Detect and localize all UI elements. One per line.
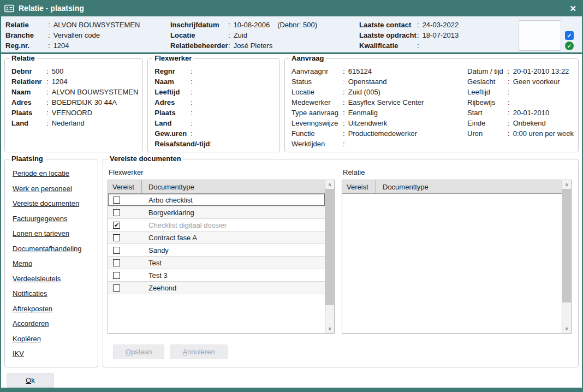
colon: : xyxy=(46,67,49,75)
status-icons: ✓ ✓ xyxy=(565,20,574,51)
nav-link-aftrekposten[interactable]: Aftrekposten xyxy=(13,305,98,313)
nav-link-notificaties[interactable]: Notificaties xyxy=(13,289,98,298)
colon: : xyxy=(228,31,230,39)
checkbox[interactable] xyxy=(113,247,120,254)
contact-card-icon xyxy=(4,4,14,13)
field-value: Nederland xyxy=(52,119,85,127)
checkbox[interactable] xyxy=(113,234,120,241)
main-area: Relatie Debnr:500 Relatienr:1204 Naam:AL… xyxy=(1,54,582,388)
blue-checkbox-icon[interactable]: ✓ xyxy=(565,31,574,40)
plaatsing-groupbox: Plaatsing Periode en locatie Werk en per… xyxy=(4,159,98,367)
field-label: Start xyxy=(467,108,508,118)
scroll-up-icon[interactable]: ∧ xyxy=(562,180,571,189)
colon: : xyxy=(417,41,419,50)
colon: : xyxy=(508,98,510,106)
field-label: Adres xyxy=(154,97,191,108)
nav-link-periode-en-locatie[interactable]: Periode en locatie xyxy=(13,169,98,177)
documenttype-cell: Test 3 xyxy=(142,271,168,280)
field-label: Rijbewijs xyxy=(467,97,508,108)
nav-link-werk-en-personeel[interactable]: Werk en personeel xyxy=(13,185,98,193)
nav-link-vereiste-documenten[interactable]: Vereiste documenten xyxy=(13,199,98,207)
nav-link-kopieren[interactable]: Kopiëren xyxy=(13,335,98,343)
field-value: 1204 xyxy=(52,78,68,86)
field-label: Reisafstand/-tijd xyxy=(154,139,210,149)
checkbox-checked[interactable]: ✔ xyxy=(113,222,120,229)
colon: : xyxy=(508,78,510,86)
scrollbar-thumb[interactable] xyxy=(325,189,334,305)
colon: : xyxy=(508,67,510,75)
relatie-doc-panel: Relatie Vereist Documenttype ∧ xyxy=(342,168,572,359)
close-icon[interactable]: ✕ xyxy=(569,4,576,13)
scrollbar[interactable]: ∧ ∨ xyxy=(325,180,334,333)
colon: : xyxy=(48,41,50,50)
checkbox[interactable] xyxy=(113,197,120,204)
nav-link-accorderen[interactable]: Accorderen xyxy=(13,319,98,328)
button-label: nnuleren xyxy=(187,348,215,356)
plaatsing-legend: Plaatsing xyxy=(9,155,45,163)
col-header-vereist: Vereist xyxy=(108,180,142,193)
scrollbar-thumb[interactable] xyxy=(562,189,571,302)
colon: : xyxy=(210,140,212,148)
nav-link-documentafhandeling[interactable]: Documentafhandeling xyxy=(13,245,98,253)
table-row[interactable]: Borgverklaring xyxy=(108,206,325,219)
header-value: Vervallen code xyxy=(53,31,100,39)
field-label: Uren xyxy=(467,128,508,139)
checkbox[interactable] xyxy=(113,259,120,266)
scrollbar-track[interactable] xyxy=(562,189,571,324)
flexwerker-table-title: Flexwerker xyxy=(109,168,335,176)
annuleren-button[interactable]: Annuleren xyxy=(170,345,227,359)
colon: : xyxy=(228,41,230,50)
table-row[interactable]: Test xyxy=(108,257,325,269)
opslaan-button[interactable]: Opslaan xyxy=(113,345,164,359)
colon: : xyxy=(508,129,510,138)
nav-link-memo[interactable]: Memo xyxy=(13,259,98,268)
field-value: Productiemedewerker xyxy=(348,129,417,138)
header-value: 1204 xyxy=(53,41,69,50)
scroll-up-icon[interactable]: ∧ xyxy=(325,180,334,189)
colon: : xyxy=(46,88,49,96)
table-row[interactable]: Sandy xyxy=(108,244,325,257)
table-row[interactable]: Zeehond xyxy=(108,282,325,294)
footer: Ok xyxy=(7,373,579,388)
flexwerker-doc-table: Vereist Documenttype Arbo checklist xyxy=(108,180,335,334)
debtor-number: (Debnr: 500) xyxy=(277,21,317,29)
colon: : xyxy=(46,119,49,127)
vereist-cell xyxy=(108,272,142,279)
checkbox[interactable] xyxy=(113,209,120,216)
scroll-down-icon[interactable]: ∨ xyxy=(325,324,334,333)
ok-button[interactable]: Ok xyxy=(7,373,54,388)
colon: : xyxy=(191,98,193,106)
colon: : xyxy=(228,21,230,29)
table-row[interactable]: ✔ Checklist digitaal dossier xyxy=(108,219,325,231)
vereist-cell xyxy=(108,247,142,254)
aanvraag-groupbox: Aanvraag Aanvraagnr:615124 Status:Openst… xyxy=(284,58,579,152)
nav-link-factuurgegevens[interactable]: Factuurgegevens xyxy=(13,215,98,223)
table-body: Arbo checklist Borgverklaring ✔ Checklis… xyxy=(108,194,325,294)
scroll-down-icon[interactable]: ∨ xyxy=(562,324,571,333)
relatie-groupbox: Relatie Debnr:500 Relatienr:1204 Naam:AL… xyxy=(4,58,143,152)
field-label: Status xyxy=(291,76,343,87)
checkbox[interactable] xyxy=(113,272,120,279)
field-value: 20-01-2010 xyxy=(513,109,550,117)
header-value: ALVON BOUWSYSTEMEN xyxy=(53,21,140,29)
scrollbar-track[interactable] xyxy=(325,189,334,324)
nav-link-ikv[interactable]: IKV xyxy=(13,349,98,358)
colon: : xyxy=(343,98,345,106)
field-label: Functie xyxy=(291,128,343,139)
colon: : xyxy=(508,88,510,96)
table-row[interactable]: Contract fase A xyxy=(108,231,325,244)
vereist-cell xyxy=(108,197,142,204)
field-value: Eenmalig xyxy=(348,109,378,117)
colon: : xyxy=(46,98,49,106)
colon: : xyxy=(191,119,193,127)
colon: : xyxy=(508,109,510,117)
table-row[interactable]: Test 3 xyxy=(108,269,325,282)
field-label: Plaats xyxy=(154,108,191,118)
nav-link-verdeelsleutels[interactable]: Verdeelsleutels xyxy=(13,275,98,283)
nav-link-lonen-en-tarieven[interactable]: Lonen en tarieven xyxy=(13,229,98,237)
documenttype-cell: Checklist digitaal dossier xyxy=(142,221,227,229)
checkbox[interactable] xyxy=(113,284,120,292)
scrollbar[interactable]: ∧ ∨ xyxy=(562,180,571,333)
header-label: Reg.nr. xyxy=(5,40,48,51)
table-row[interactable]: Arbo checklist xyxy=(108,194,325,206)
